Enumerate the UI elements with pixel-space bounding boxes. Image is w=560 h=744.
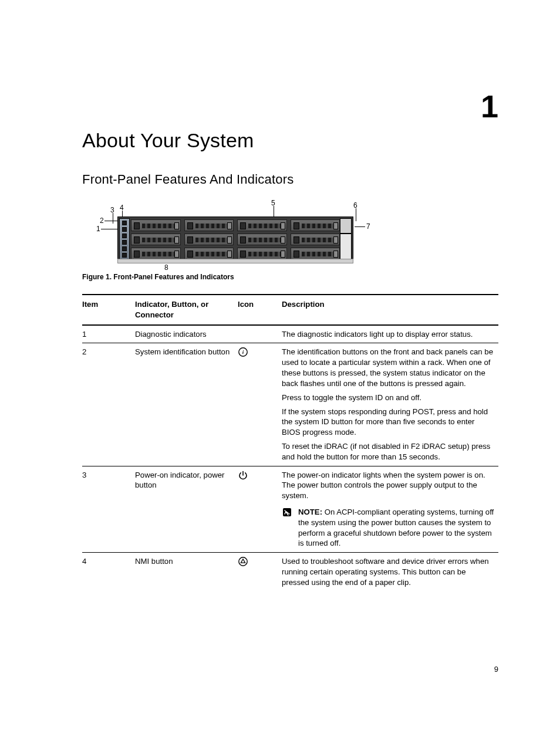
base-bar — [117, 259, 353, 263]
cell-item: 1 — [82, 325, 135, 343]
drive-row-3 — [131, 248, 340, 259]
chassis — [117, 217, 353, 260]
cell-description: Used to troubleshoot software and device… — [282, 553, 498, 591]
cell-description: The diagnostic indicators light up to di… — [282, 325, 498, 343]
cell-indicator: System identification button — [135, 343, 238, 466]
system-id-icon: i — [238, 347, 248, 360]
cell-description: The power-on indicator lights when the s… — [282, 466, 498, 553]
callout-6: 6 — [353, 201, 357, 209]
cell-item: 4 — [82, 553, 135, 591]
note-text: NOTE: On ACPI-compliant operating system… — [298, 507, 495, 549]
callout-8: 8 — [164, 263, 168, 272]
th-item: Item — [82, 295, 135, 325]
cell-icon — [238, 466, 282, 553]
drive-row-2 — [131, 234, 340, 245]
callout-2: 2 — [100, 217, 104, 225]
front-panel-figure: 1 2 3 4 5 6 7 8 — [88, 199, 498, 263]
page-number: 9 — [494, 665, 498, 674]
nmi-icon — [238, 556, 248, 570]
cell-item: 3 — [82, 466, 135, 553]
cell-icon: i — [238, 343, 282, 466]
note-block: NOTE: On ACPI-compliant operating system… — [282, 507, 495, 549]
note-icon — [282, 507, 292, 549]
manual-page: 1 About Your System Front-Panel Features… — [0, 0, 560, 744]
th-description: Description — [282, 295, 498, 325]
power-icon — [238, 470, 248, 483]
callout-1: 1 — [96, 225, 100, 233]
svg-marker-4 — [241, 559, 245, 563]
callout-4: 4 — [120, 204, 124, 212]
cell-icon — [238, 325, 282, 343]
table-row: 3 Power-on indicator, power button The p… — [82, 466, 498, 553]
cell-description: The identification buttons on the front … — [282, 343, 498, 466]
right-module — [340, 218, 352, 234]
callout-3: 3 — [110, 206, 114, 214]
cell-item: 2 — [82, 343, 135, 466]
table-row: 2 System identification button i The ide… — [82, 343, 498, 466]
control-column — [119, 218, 130, 259]
callout-7: 7 — [366, 222, 370, 231]
cell-indicator: Power-on indicator, power button — [135, 466, 238, 553]
section-title: Front-Panel Features And Indicators — [82, 172, 498, 187]
rack-schematic: 1 2 3 4 5 6 7 8 — [88, 199, 364, 263]
table-header-row: Item Indicator, Button, or Connector Ico… — [82, 295, 498, 325]
svg-text:i: i — [242, 350, 244, 356]
cell-indicator: Diagnostic indicators — [135, 325, 238, 343]
cell-indicator: NMI button — [135, 553, 238, 591]
th-indicator: Indicator, Button, or Connector — [135, 295, 238, 325]
callout-5: 5 — [271, 199, 275, 207]
right-blank — [340, 234, 352, 259]
figure-caption: Figure 1. Front-Panel Features and Indic… — [82, 273, 498, 281]
table-row: 1 Diagnostic indicators The diagnostic i… — [82, 325, 498, 343]
drive-row-1 — [131, 219, 340, 231]
table-row: 4 NMI button Used to troubleshoot softwa… — [82, 553, 498, 591]
page-title: About Your System — [82, 129, 498, 152]
chapter-number: 1 — [481, 88, 498, 124]
features-table: Item Indicator, Button, or Connector Ico… — [82, 294, 498, 591]
th-icon: Icon — [238, 295, 282, 325]
cell-icon — [238, 553, 282, 591]
